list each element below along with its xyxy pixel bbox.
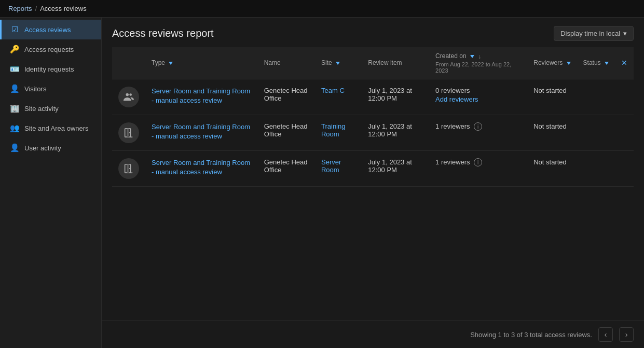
- svg-point-0: [126, 93, 129, 96]
- row-created-cell-2: July 1, 2023 at 12:00 PM: [362, 150, 429, 186]
- row-name-1[interactable]: Server Room and Training Room - manual a…: [152, 123, 250, 140]
- page-title: Access reviews report: [112, 27, 214, 39]
- user-activity-label: User activity: [24, 144, 61, 152]
- reviewers-info-icon-1[interactable]: i: [474, 122, 482, 131]
- visitors-icon: 👤: [10, 84, 19, 93]
- th-reviewers: Reviewers: [527, 47, 577, 79]
- content-area: Access reviews report Display time in lo…: [102, 18, 644, 348]
- access-reviews-label: Access reviews: [24, 26, 71, 34]
- reviewers-info-icon-2[interactable]: i: [474, 158, 482, 166]
- sidebar-item-identity-requests[interactable]: 🪪 Identity requests: [0, 59, 101, 79]
- row-status-cell-2: Not started: [527, 150, 577, 186]
- content-header: Access reviews report Display time in lo…: [102, 18, 644, 47]
- row-review-item-cell-1: Training Room: [315, 115, 362, 150]
- access-requests-icon: 🔑: [10, 45, 19, 54]
- table-row: Server Room and Training Room - manual a…: [112, 115, 634, 150]
- row-site-cell-0: Genetec Head Office: [258, 79, 315, 115]
- sidebar: ☑ Access reviews 🔑 Access requests 🪪 Ide…: [0, 18, 102, 348]
- th-type: [112, 47, 145, 79]
- access-reviews-table: Type Name Site Review item Created on ↓ …: [112, 47, 634, 187]
- th-created-on: Created on ↓ From Aug 22, 2022 to Aug 22…: [429, 47, 527, 79]
- access-requests-label: Access requests: [24, 46, 74, 53]
- top-bar: Reports / Access reviews: [0, 0, 644, 18]
- chevron-down-icon: ▾: [623, 30, 627, 37]
- row-icon-0: [118, 87, 139, 107]
- table-body: Server Room and Training Room - manual a…: [112, 79, 634, 186]
- svg-rect-11: [127, 164, 129, 173]
- row-icon-2: [118, 158, 139, 179]
- created-filter-icon[interactable]: [470, 55, 474, 58]
- row-created-1: July 1, 2023 at 12:00 PM: [368, 122, 412, 138]
- table-header-row: Type Name Site Review item Created on ↓ …: [112, 47, 634, 79]
- svg-point-1: [129, 93, 132, 96]
- identity-requests-icon: 🪪: [10, 64, 19, 74]
- row-site-cell-1: Genetec Head Office: [258, 115, 315, 150]
- row-site-0: Genetec Head Office: [264, 87, 308, 102]
- breadcrumb-separator: /: [35, 5, 37, 12]
- pagination-next-button[interactable]: ›: [619, 327, 634, 342]
- reviewers-filter-icon[interactable]: [567, 62, 571, 65]
- sidebar-item-access-reviews[interactable]: ☑ Access reviews: [0, 20, 101, 39]
- status-filter-icon[interactable]: [605, 62, 609, 65]
- sidebar-item-site-area-owners[interactable]: 👥 Site and Area owners: [0, 118, 101, 138]
- th-name: Name: [258, 47, 315, 79]
- table-footer: Showing 1 to 3 of 3 total access reviews…: [102, 321, 644, 348]
- row-name-0[interactable]: Server Room and Training Room - manual a…: [152, 87, 250, 104]
- row-created-2: July 1, 2023 at 12:00 PM: [368, 158, 412, 174]
- th-type-label: Type: [145, 47, 258, 79]
- sidebar-item-site-activity[interactable]: 🏢 Site activity: [0, 99, 101, 118]
- identity-requests-label: Identity requests: [24, 65, 74, 73]
- row-created-cell-0: July 1, 2023 at 12:00 PM: [362, 79, 429, 115]
- row-site-cell-2: Genetec Head Office: [258, 150, 315, 186]
- row-review-item-1[interactable]: Training Room: [321, 122, 345, 138]
- row-review-item-0[interactable]: Team C: [321, 87, 345, 94]
- row-icon-cell-2: [112, 150, 145, 186]
- th-status: Status: [577, 47, 615, 79]
- breadcrumb-reports-link[interactable]: Reports: [8, 5, 32, 12]
- row-name-2[interactable]: Server Room and Training Room - manual a…: [152, 159, 250, 176]
- svg-rect-6: [127, 129, 129, 137]
- sidebar-item-user-activity[interactable]: 👤 User activity: [0, 138, 101, 158]
- breadcrumb-current: Access reviews: [40, 5, 87, 12]
- th-review-item: Review item: [362, 47, 429, 79]
- row-status-0: Not started: [533, 87, 567, 94]
- row-actions-cell-2: [577, 150, 615, 186]
- add-reviewers-link-0[interactable]: Add reviewers: [435, 95, 521, 103]
- sidebar-item-access-requests[interactable]: 🔑 Access requests: [0, 39, 101, 59]
- site-activity-icon: 🏢: [10, 104, 19, 113]
- row-review-item-cell-0: Team C: [315, 79, 362, 115]
- row-icon-cell-1: [112, 115, 145, 150]
- site-activity-label: Site activity: [24, 105, 59, 113]
- pagination-prev-button[interactable]: ‹: [598, 327, 613, 342]
- row-name-cell-1: Server Room and Training Room - manual a…: [145, 115, 258, 150]
- row-reviewers-count-1: 1 reviewers: [435, 122, 470, 130]
- type-filter-icon[interactable]: [169, 62, 173, 65]
- row-status-2: Not started: [533, 158, 567, 166]
- row-created-cell-1: July 1, 2023 at 12:00 PM: [362, 115, 429, 150]
- row-reviewers-cell-0: 0 reviewers Add reviewers: [429, 79, 527, 115]
- row-site-2: Genetec Head Office: [264, 158, 308, 174]
- date-range-label: From Aug 22, 2022 to Aug 22, 2023: [435, 61, 521, 74]
- row-status-cell-1: Not started: [527, 115, 577, 150]
- row-site-1: Genetec Head Office: [264, 122, 308, 138]
- row-reviewers-cell-1: 1 reviewers i: [429, 115, 527, 150]
- table-wrapper: Type Name Site Review item Created on ↓ …: [102, 47, 644, 321]
- row-actions-cell-0: [577, 79, 615, 115]
- svg-point-3: [129, 132, 130, 133]
- row-status-cell-0: Not started: [527, 79, 577, 115]
- row-review-item-2[interactable]: Server Room: [321, 158, 341, 174]
- site-filter-icon[interactable]: [336, 62, 340, 65]
- sidebar-item-visitors[interactable]: 👤 Visitors: [0, 79, 101, 99]
- row-review-item-cell-2: Server Room: [315, 150, 362, 186]
- created-sort-icon[interactable]: ↓: [478, 53, 481, 60]
- user-activity-icon: 👤: [10, 143, 19, 152]
- row-reviewers-count-0: 0 reviewers: [435, 87, 470, 94]
- display-time-button[interactable]: Display time in local ▾: [554, 26, 634, 41]
- row-icon-1: [118, 122, 139, 143]
- row-created-0: July 1, 2023 at 12:00 PM: [368, 87, 412, 102]
- visitors-label: Visitors: [24, 85, 46, 93]
- th-site: Site: [315, 47, 362, 79]
- table-row: Server Room and Training Room - manual a…: [112, 79, 634, 115]
- clear-filter-icon[interactable]: ✕: [621, 59, 627, 67]
- row-name-cell-0: Server Room and Training Room - manual a…: [145, 79, 258, 115]
